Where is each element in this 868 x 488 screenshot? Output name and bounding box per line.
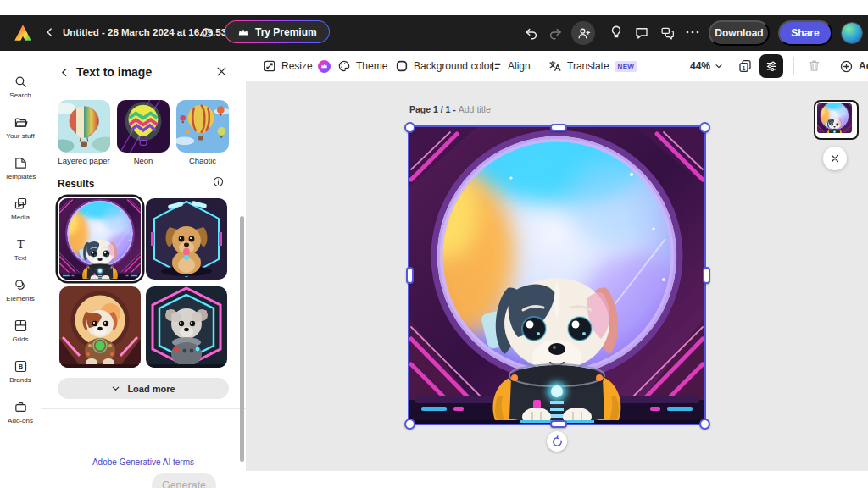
browser-bottom-strip	[0, 471, 868, 488]
background-color-icon	[395, 59, 409, 73]
add-title-label[interactable]: Add title	[459, 104, 491, 114]
page-indicator[interactable]: Page 1 / 1 - Add title	[409, 104, 491, 114]
align-icon	[490, 60, 503, 73]
sidebar-item-grids[interactable]: Grids	[0, 310, 41, 351]
style-option-neon[interactable]	[117, 100, 170, 152]
zoom-level: 44%	[690, 60, 710, 72]
info-icon[interactable]	[212, 175, 225, 188]
share-label: Share	[791, 27, 819, 39]
panel-scrollbar[interactable]	[240, 216, 244, 462]
crown-icon	[237, 27, 249, 37]
theme-palette-icon	[337, 59, 351, 73]
resize-icon	[263, 59, 276, 73]
add-plus-icon	[839, 59, 854, 74]
pages-overview-icon[interactable]: 1	[737, 58, 753, 74]
share-button[interactable]: Share	[778, 20, 832, 46]
selection-handle-top[interactable]	[550, 124, 567, 131]
generate-button[interactable]: Generate	[152, 473, 216, 488]
style-label: Chaotic	[176, 156, 229, 165]
load-more-button[interactable]: Load more	[58, 378, 229, 399]
sidebar-item-search[interactable]: Search	[0, 66, 41, 107]
delete-icon	[807, 58, 821, 73]
brands-icon: B	[14, 359, 28, 374]
grids-icon	[14, 319, 28, 333]
feedback-bubbles-icon[interactable]	[659, 25, 676, 41]
resize-button[interactable]: Resize	[263, 51, 331, 81]
result-thumbnail-3[interactable]	[59, 286, 141, 368]
chevron-down-icon	[111, 384, 120, 393]
download-label: Download	[715, 27, 763, 39]
download-button[interactable]: Download	[709, 20, 770, 46]
context-toolbar: Resize Theme Background color Align Tran…	[246, 51, 868, 81]
add-ons-icon	[14, 400, 28, 414]
sidebar-item-media[interactable]: Media	[0, 188, 41, 229]
svg-text:B: B	[18, 363, 22, 370]
panel-close-icon[interactable]	[215, 65, 228, 78]
lightbulb-icon[interactable]	[609, 25, 624, 40]
add-collaborator-button[interactable]	[571, 21, 595, 45]
align-button[interactable]: Align	[490, 51, 531, 81]
comment-icon[interactable]	[634, 25, 649, 41]
panel-back-icon[interactable]	[59, 67, 70, 78]
selection-handle-bottom-left[interactable]	[404, 419, 415, 430]
panel-title: Text to image	[76, 65, 152, 79]
layers-button[interactable]	[760, 54, 783, 78]
generated-image-puppy-astronaut[interactable]	[409, 127, 704, 424]
sidebar-item-your-stuff[interactable]: Your stuff	[0, 107, 41, 147]
generative-ai-terms-link[interactable]: Adobe Generative AI terms	[41, 458, 246, 467]
redo-icon[interactable]	[548, 25, 563, 41]
more-options-icon[interactable]	[685, 30, 700, 35]
new-badge: NEW	[615, 61, 638, 72]
svg-text:T: T	[17, 237, 25, 250]
rotate-button[interactable]	[547, 431, 567, 452]
text-icon: T	[14, 237, 28, 252]
media-icon	[14, 197, 28, 211]
generate-label: Generate	[162, 480, 206, 488]
style-option-chaotic[interactable]	[176, 100, 229, 152]
results-heading: Results	[58, 178, 94, 190]
style-label: Layered paper	[46, 156, 122, 165]
background-color-button[interactable]: Background color	[395, 51, 492, 81]
style-option-layered-paper[interactable]	[58, 100, 110, 152]
elements-icon	[14, 278, 28, 292]
zoom-chevron-icon	[715, 62, 723, 70]
selection-handle-left[interactable]	[406, 267, 414, 284]
deselect-close-button[interactable]	[823, 147, 847, 170]
account-avatar[interactable]	[841, 22, 863, 44]
search-icon	[14, 75, 28, 89]
cloud-sync-icon[interactable]	[198, 25, 214, 41]
result-thumbnail-2[interactable]	[146, 198, 227, 280]
premium-crown-badge	[318, 60, 331, 73]
sidebar-item-elements[interactable]: Elements	[0, 269, 41, 310]
sidebar-item-brands[interactable]: B Brands	[0, 351, 41, 391]
selection-handle-right[interactable]	[703, 267, 710, 284]
selection-handle-bottom[interactable]	[550, 420, 567, 428]
selection-handle-top-left[interactable]	[404, 122, 415, 133]
page-thumbnail[interactable]	[814, 100, 859, 140]
adobe-express-app: Untitled - 28 March 2024 at 16.09.53 Try…	[0, 0, 868, 488]
style-label: Neon	[117, 156, 170, 165]
left-rail: Search Your stuff Templates Media T Text…	[0, 51, 42, 471]
browser-top-strip	[0, 0, 868, 16]
try-premium-button[interactable]: Try Premium	[225, 20, 330, 43]
add-button[interactable]: Add	[839, 51, 868, 81]
undo-icon[interactable]	[524, 25, 539, 41]
selection-handle-top-right[interactable]	[699, 122, 710, 133]
try-premium-label: Try Premium	[255, 26, 317, 38]
selection-handle-bottom-right[interactable]	[699, 419, 710, 430]
text-to-image-panel: Text to image Layered paper Neon Chaotic…	[41, 51, 247, 471]
sidebar-item-text[interactable]: T Text	[0, 229, 41, 269]
zoom-control[interactable]: 44%	[690, 51, 723, 81]
toolbar-divider	[793, 57, 794, 75]
back-chevron-icon[interactable]	[44, 26, 56, 38]
translate-icon	[548, 59, 562, 73]
sidebar-item-templates[interactable]: Templates	[0, 147, 41, 188]
result-thumbnail-4[interactable]	[146, 286, 227, 368]
result-thumbnail-1[interactable]	[59, 198, 141, 280]
adobe-express-logo[interactable]	[12, 22, 34, 44]
sidebar-item-add-ons[interactable]: Add-ons	[0, 391, 41, 432]
load-more-label: Load more	[127, 384, 175, 394]
svg-text:1: 1	[743, 65, 746, 71]
theme-button[interactable]: Theme	[337, 51, 387, 81]
translate-button[interactable]: Translate NEW	[548, 51, 637, 81]
